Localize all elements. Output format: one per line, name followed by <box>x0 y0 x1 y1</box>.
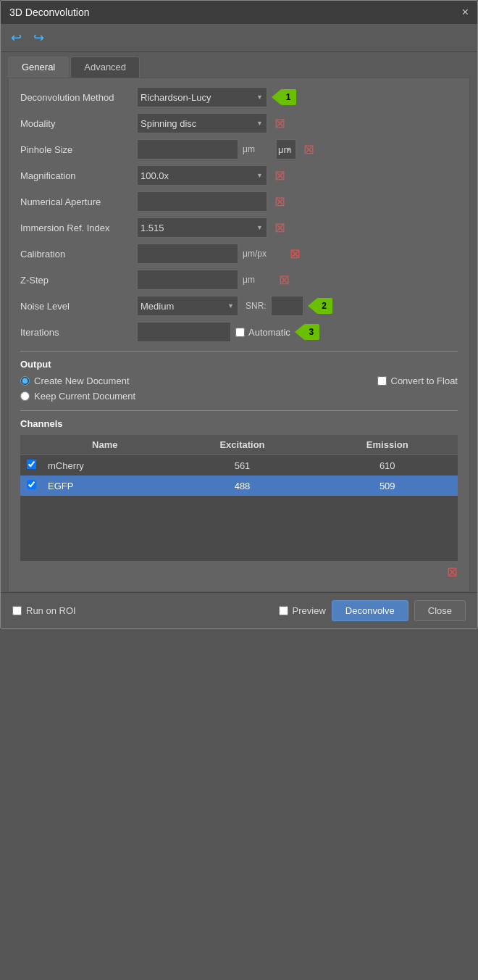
emission-col-header: Emission <box>316 435 458 455</box>
output-divider <box>20 351 458 352</box>
noise-level-label: Noise Level <box>20 301 133 312</box>
z-step-label: Z-Step <box>20 275 133 286</box>
main-dialog: 3D Deconvolution × ↩ ↪ General Advanced … <box>0 0 478 629</box>
create-new-doc-text: Create New Document <box>34 375 130 386</box>
z-step-cross-icon[interactable]: ⊠ <box>279 273 290 286</box>
immersion-cross-icon[interactable]: ⊠ <box>274 221 285 234</box>
excitation-col-header: Excitation <box>168 435 317 455</box>
create-new-doc-label[interactable]: Create New Document <box>20 375 130 386</box>
redo-button[interactable]: ↪ <box>30 28 47 47</box>
calibration-input[interactable]: 0.11 <box>137 244 238 264</box>
badge2: 2 <box>316 298 332 314</box>
table-row[interactable]: EGFP 488 509 <box>20 476 458 496</box>
badge3-container: 3 <box>295 324 319 340</box>
empty-row3 <box>20 539 458 561</box>
output-row1: Create New Document Convert to Float <box>20 375 458 386</box>
preview-text: Preview <box>293 605 326 616</box>
noise-level-row: Noise Level Low Medium High SNR: 26 2 <box>20 296 458 316</box>
arrow3-icon <box>295 325 303 339</box>
pinhole-unit-select-wrapper: μm <box>276 139 296 159</box>
bottom-bar: Run on ROI Preview Deconvolve Close <box>1 592 477 628</box>
preview-checkbox[interactable] <box>279 606 288 615</box>
channels-table: Name Excitation Emission mCherry 561 610 <box>20 435 458 561</box>
row1-checkbox[interactable] <box>27 460 36 469</box>
undo-button[interactable]: ↩ <box>8 28 25 47</box>
output-section: Output Create New Document Convert to Fl… <box>20 359 458 402</box>
pinhole-unit-select[interactable]: μm <box>276 139 296 159</box>
redo-icon: ↪ <box>33 30 44 45</box>
magnification-select[interactable]: 100.0x 63.0x 40.0x <box>137 165 267 186</box>
run-on-roi-checkbox[interactable] <box>12 606 22 615</box>
channels-divider <box>20 410 458 411</box>
row2-checkbox-cell[interactable] <box>20 476 42 496</box>
noise-level-select[interactable]: Low Medium High <box>137 296 238 316</box>
preview-label[interactable]: Preview <box>279 605 326 616</box>
numerical-aperture-cross-icon[interactable]: ⊠ <box>274 195 285 208</box>
channels-table-body: mCherry 561 610 EGFP 488 509 <box>20 455 458 562</box>
tab-advanced[interactable]: Advanced <box>70 57 140 78</box>
title-bar: 3D Deconvolution × <box>1 1 477 24</box>
immersion-ref-index-row: Immersion Ref. Index 1.515 1.333 1.000 ⊠ <box>20 217 458 238</box>
toolbar: ↩ ↪ <box>1 24 477 52</box>
name-col-header: Name <box>42 435 168 455</box>
iterations-label: Iterations <box>20 327 133 338</box>
pinhole-size-label: Pinhole Size <box>20 144 133 155</box>
noise-level-select-wrapper: Low Medium High <box>137 296 238 316</box>
immersion-ref-index-select[interactable]: 1.515 1.333 1.000 <box>137 217 267 238</box>
channels-header-row: Name Excitation Emission <box>20 435 458 455</box>
deconvolution-method-select[interactable]: Richardson-Lucy Gold Tikhonov-Miller <box>137 87 267 107</box>
run-on-roi-label[interactable]: Run on ROI <box>12 605 76 616</box>
output-row2: Keep Current Document <box>20 391 458 402</box>
magnification-cross-icon[interactable]: ⊠ <box>274 169 285 182</box>
z-step-unit: μm <box>243 275 272 285</box>
channels-section: Channels Name Excitation Emission <box>20 418 458 583</box>
arrow2-icon <box>308 299 316 313</box>
pinhole-unit: μm <box>243 144 272 154</box>
pinhole-cross-icon[interactable]: ⊠ <box>303 143 314 156</box>
close-title-button[interactable]: × <box>462 7 469 18</box>
channels-cross-icon[interactable]: ⊠ <box>447 565 458 578</box>
snr-input[interactable]: 26 <box>271 296 303 316</box>
modality-label: Modality <box>20 118 133 129</box>
create-new-doc-radio[interactable] <box>20 376 30 386</box>
deconvolution-method-select-wrapper: Richardson-Lucy Gold Tikhonov-Miller <box>137 87 267 107</box>
auto-checkbox-label: Automatic <box>235 327 290 338</box>
main-content: Deconvolution Method Richardson-Lucy Gol… <box>8 78 470 592</box>
calibration-row: Calibration 0.11 μm/px ⊠ <box>20 244 458 264</box>
calibration-label: Calibration <box>20 249 133 259</box>
iterations-input[interactable]: 20 <box>137 322 231 342</box>
pinhole-size-input[interactable]: 50.00 <box>137 139 238 159</box>
tab-bar: General Advanced <box>1 52 477 78</box>
tab-general[interactable]: General <box>8 57 69 78</box>
auto-checkbox[interactable] <box>235 328 245 337</box>
immersion-select-wrapper: 1.515 1.333 1.000 <box>137 217 267 238</box>
keep-current-doc-radio[interactable] <box>20 391 30 401</box>
z-step-row: Z-Step 0.180 μm ⊠ <box>20 270 458 290</box>
deconvolution-method-label: Deconvolution Method <box>20 92 133 103</box>
snr-label: SNR: <box>246 301 267 311</box>
row2-checkbox[interactable] <box>27 480 36 489</box>
convert-to-float-label[interactable]: Convert to Float <box>377 375 458 386</box>
deconvolve-button[interactable]: Deconvolve <box>332 600 408 621</box>
modality-select[interactable]: Spinning disc Wide field Confocal <box>137 113 267 133</box>
empty-row1 <box>20 496 458 518</box>
z-step-input[interactable]: 0.180 <box>137 270 238 290</box>
numerical-aperture-input[interactable]: 1.49 <box>137 191 267 212</box>
arrow1-icon <box>272 90 280 104</box>
keep-current-doc-text: Keep Current Document <box>34 391 135 402</box>
row2-excitation: 488 <box>168 476 317 496</box>
magnification-label: Magnification <box>20 170 133 181</box>
convert-to-float-checkbox[interactable] <box>377 376 387 386</box>
row1-checkbox-cell[interactable] <box>20 455 42 476</box>
calibration-cross-icon[interactable]: ⊠ <box>290 247 301 260</box>
keep-current-doc-label[interactable]: Keep Current Document <box>20 391 135 402</box>
close-bottom-button[interactable]: Close <box>414 600 466 621</box>
empty-row2 <box>20 518 458 539</box>
auto-label-text: Automatic <box>248 327 290 338</box>
table-row[interactable]: mCherry 561 610 <box>20 455 458 476</box>
modality-row: Modality Spinning disc Wide field Confoc… <box>20 113 458 133</box>
channels-footer: ⊠ <box>20 561 458 583</box>
numerical-aperture-row: Numerical Aperture 1.49 ⊠ <box>20 191 458 212</box>
immersion-ref-index-label: Immersion Ref. Index <box>20 223 133 233</box>
modality-cross-icon[interactable]: ⊠ <box>274 117 285 130</box>
